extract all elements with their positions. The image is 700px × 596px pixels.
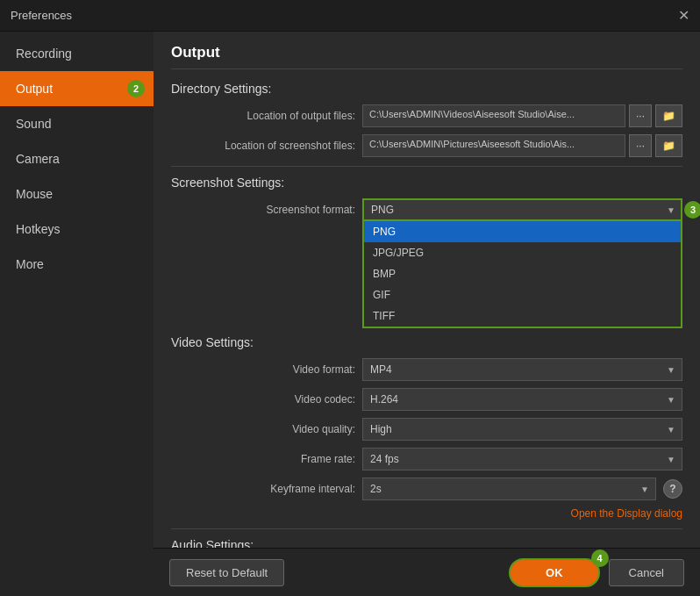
frame-rate-control: 24 fps ▼ [362,448,682,470]
screenshot-format-control: PNG ▼ PNG JPG/JPEG BMP GIF TIFF 3 [362,198,682,221]
output-files-input[interactable]: C:\Users\ADMIN\Videos\Aiseesoft Studio\A… [362,104,625,127]
output-step-badge: 2 [127,80,145,97]
video-quality-label: Video quality: [171,423,355,435]
video-format-label: Video format: [171,363,355,376]
display-dialog-link-row: Open the Display dialog [171,507,682,520]
sidebar-item-label-recording: Recording [16,47,72,61]
output-files-control: C:\Users\ADMIN\Videos\Aiseesoft Studio\A… [362,104,682,127]
sidebar-item-hotkeys[interactable]: Hotkeys [0,212,154,247]
video-quality-row: Video quality: High ▼ [171,418,682,441]
open-display-dialog-link[interactable]: Open the Display dialog [571,507,682,520]
video-format-control: MP4 ▼ [362,358,682,381]
keyframe-dropdown-wrapper: 2s ▼ [362,478,656,500]
close-button[interactable]: ✕ [678,9,689,23]
video-settings-title: Video Settings: [171,335,682,349]
sidebar: Recording Output 2 Sound Camera Mouse [0,32,154,596]
reset-to-default-button[interactable]: Reset to Default [169,559,284,586]
keyframe-label: Keyframe interval: [171,483,355,495]
output-files-folder-btn[interactable]: 📁 [655,104,682,127]
main-layout: Recording Output 2 Sound Camera Mouse [0,32,700,596]
screenshot-files-folder-btn[interactable]: 📁 [655,134,682,157]
keyframe-dropdown[interactable]: 2s [362,478,656,500]
screenshot-format-dropdown-container: PNG ▼ PNG JPG/JPEG BMP GIF TIFF 3 [362,198,682,221]
frame-rate-dropdown[interactable]: 24 fps [362,448,682,470]
screenshot-step-badge: 3 [684,201,700,219]
video-codec-dropdown[interactable]: H.264 [362,388,682,411]
format-option-gif[interactable]: GIF [364,284,681,305]
cancel-button[interactable]: Cancel [609,559,684,586]
sidebar-item-label-more: More [16,257,44,271]
screenshot-format-value: PNG [371,204,394,216]
format-option-tiff[interactable]: TIFF [364,305,681,327]
video-codec-row: Video codec: H.264 ▼ [171,388,682,411]
folder-icon-2: 📁 [662,140,675,152]
title-bar: Preferences ✕ [0,0,700,32]
video-format-row: Video format: MP4 ▼ [171,358,682,381]
frame-rate-dropdown-wrapper: 24 fps ▼ [362,448,682,470]
sidebar-wrapper-mouse: Mouse [0,176,154,212]
output-files-row: Location of output files: C:\Users\ADMIN… [171,104,682,127]
audio-settings-title: Audio Settings: [171,538,682,548]
content-wrapper: Output Directory Settings: Location of o… [154,32,700,596]
sidebar-wrapper-more: More [0,247,154,282]
screenshot-format-dropdown[interactable]: PNG ▼ [362,198,682,221]
window-title: Preferences [11,9,72,22]
scrollable-content: Output Directory Settings: Location of o… [154,32,700,548]
action-buttons: OK 4 Cancel [509,558,684,587]
directory-settings-title: Directory Settings: [171,82,682,96]
dropdown-arrow-icon: ▼ [667,205,675,215]
sidebar-item-mouse[interactable]: Mouse [0,176,154,212]
keyframe-help-icon[interactable]: ? [663,479,682,499]
sidebar-item-label-output: Output [16,82,53,96]
format-option-jpg[interactable]: JPG/JPEG [364,242,681,263]
folder-icon: 📁 [662,110,675,122]
sidebar-item-label-camera: Camera [16,152,60,166]
video-quality-control: High ▼ [362,418,682,441]
ok-button[interactable]: OK [509,558,600,587]
keyframe-row: Keyframe interval: 2s ▼ ? [171,478,682,500]
output-files-label: Location of output files: [171,110,355,122]
video-quality-dropdown-wrapper: High ▼ [362,418,682,441]
ok-button-wrapper: OK 4 [509,558,600,587]
video-codec-dropdown-wrapper: H.264 ▼ [362,388,682,411]
video-codec-label: Video codec: [171,393,355,406]
screenshot-format-label: Screenshot format: [171,204,355,216]
sidebar-wrapper-output: Output 2 [0,71,154,106]
video-quality-dropdown[interactable]: High [362,418,682,441]
bottom-bar: Reset to Default OK 4 Cancel [154,548,700,596]
screenshot-files-browse-btn[interactable]: ··· [629,134,652,157]
format-option-png[interactable]: PNG [364,221,681,242]
frame-rate-label: Frame rate: [171,453,355,465]
sidebar-wrapper-hotkeys: Hotkeys [0,212,154,247]
screenshot-format-row: Screenshot format: PNG ▼ PNG JPG/JPEG BM… [171,198,682,221]
divider-2 [171,528,682,529]
video-format-dropdown-wrapper: MP4 ▼ [362,358,682,381]
divider-1 [171,166,682,167]
screenshot-settings-title: Screenshot Settings: [171,176,682,190]
video-codec-control: H.264 ▼ [362,388,682,411]
keyframe-control: 2s ▼ ? [362,478,682,500]
sidebar-wrapper-recording: Recording [0,36,154,71]
video-format-dropdown[interactable]: MP4 [362,358,682,381]
sidebar-wrapper-sound: Sound [0,106,154,141]
sidebar-item-more[interactable]: More [0,247,154,282]
screenshot-files-control: C:\Users\ADMIN\Pictures\Aiseesoft Studio… [362,134,682,157]
page-title: Output [171,44,682,69]
format-option-bmp[interactable]: BMP [364,263,681,284]
screenshot-files-input[interactable]: C:\Users\ADMIN\Pictures\Aiseesoft Studio… [362,134,625,157]
sidebar-item-label-sound: Sound [16,117,51,131]
sidebar-item-sound[interactable]: Sound [0,106,154,141]
output-files-browse-btn[interactable]: ··· [629,104,652,127]
sidebar-wrapper-camera: Camera [0,141,154,176]
sidebar-item-label-hotkeys: Hotkeys [16,222,61,236]
ok-step-badge: 4 [591,549,609,567]
screenshot-files-label: Location of screenshot files: [171,140,355,152]
screenshot-files-row: Location of screenshot files: C:\Users\A… [171,134,682,157]
screenshot-format-menu: PNG JPG/JPEG BMP GIF TIFF [362,221,682,328]
frame-rate-row: Frame rate: 24 fps ▼ [171,448,682,470]
sidebar-item-recording[interactable]: Recording [0,36,154,71]
sidebar-item-camera[interactable]: Camera [0,141,154,176]
sidebar-item-label-mouse: Mouse [16,187,53,201]
